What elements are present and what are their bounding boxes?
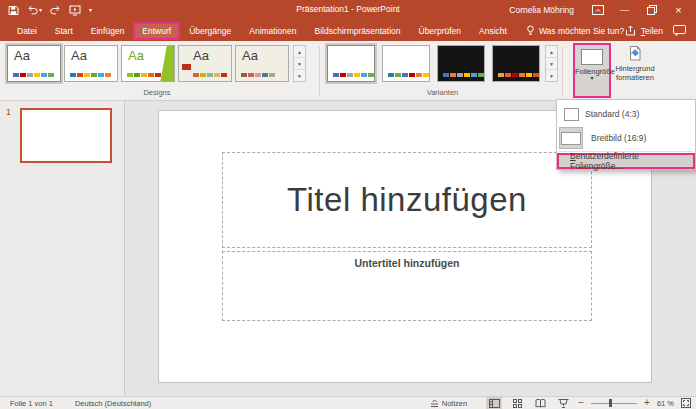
group-label-variants: Varianten xyxy=(327,88,558,97)
notes-icon xyxy=(430,399,439,408)
restore-button[interactable] xyxy=(638,0,665,20)
title-bar: ▾ ▾ Präsentation1 - PowerPoint Cornelia … xyxy=(0,0,696,20)
language-indicator[interactable]: Deutsch (Deutschland) xyxy=(75,399,151,408)
theme-thumbnail-1[interactable]: Aa xyxy=(7,45,61,82)
theme-thumbnail-4[interactable]: Aa xyxy=(178,45,232,82)
tab-datei[interactable]: Datei xyxy=(8,22,46,40)
fit-to-window-button[interactable] xyxy=(681,398,691,408)
normal-view-button[interactable] xyxy=(486,397,502,409)
minimize-button[interactable]: — xyxy=(611,0,638,20)
ribbon-tab-row: Datei Start Einfügen Entwurf Übergänge A… xyxy=(0,20,696,41)
format-background-button[interactable]: Hintergrund formatieren xyxy=(614,44,656,97)
slideshow-view-button[interactable] xyxy=(555,397,571,409)
powerpoint-window: ▾ ▾ Präsentation1 - PowerPoint Cornelia … xyxy=(0,0,696,409)
normal-view-icon xyxy=(489,399,500,408)
slide-sorter-icon xyxy=(513,399,522,408)
zoom-in-button[interactable]: + xyxy=(644,398,650,408)
zoom-out-button[interactable]: − xyxy=(578,398,584,408)
theme-thumbnail-3[interactable]: Aa xyxy=(121,45,175,82)
variant-thumbnail-4[interactable] xyxy=(492,45,540,82)
notes-button[interactable]: Notizen xyxy=(430,399,467,408)
group-divider xyxy=(562,46,563,96)
slide-size-menu: Standard (4:3) Breitbild (16:9) Benutzer… xyxy=(556,99,696,170)
slideshow-view-icon xyxy=(558,399,569,408)
gallery-scroll-up-icon[interactable]: ▲ xyxy=(546,46,557,58)
ribbon: Aa Aa Aa Aa Aa ▲ ▼ xyxy=(0,41,696,101)
user-name: Cornelia Möhring xyxy=(509,5,574,15)
variant-thumbnail-3[interactable] xyxy=(437,45,485,82)
tab-einfuegen[interactable]: Einfügen xyxy=(82,22,134,40)
variant-thumbnail-1[interactable] xyxy=(327,45,375,82)
variants-gallery-scroll: ▲ ▼ ▼ xyxy=(545,45,558,82)
theme-thumbnail-5[interactable]: Aa xyxy=(235,45,289,82)
gallery-expand-icon[interactable]: ▼ xyxy=(294,70,305,81)
theme-thumbnail-2[interactable]: Aa xyxy=(64,45,118,82)
restore-icon xyxy=(647,5,657,15)
slide-thumbnails-panel: 1 xyxy=(0,101,125,396)
reading-view-icon xyxy=(535,399,546,408)
menu-item-breitbild-16-9[interactable]: Breitbild (16:9) xyxy=(557,126,695,150)
title-placeholder[interactable]: Titel hinzufügen xyxy=(222,152,592,248)
share-button[interactable]: Teilen xyxy=(625,25,663,36)
gallery-scroll-down-icon[interactable]: ▼ xyxy=(546,58,557,70)
tab-ansicht[interactable]: Ansicht xyxy=(470,22,516,40)
slide-size-icon xyxy=(581,49,603,65)
gallery-scroll-down-icon[interactable]: ▼ xyxy=(294,58,305,70)
slide-size-button[interactable]: Foliengröße ▾ xyxy=(573,43,611,98)
menu-item-custom-slide-size[interactable]: Benutzerdefinierte Foliengröße… xyxy=(557,153,695,169)
themes-gallery-scroll: ▲ ▼ ▼ xyxy=(293,45,306,82)
lightbulb-icon xyxy=(526,25,535,36)
zoom-slider[interactable] xyxy=(591,397,637,409)
fit-to-window-icon xyxy=(681,398,691,408)
theme-decoration xyxy=(182,64,191,70)
tab-bildschirmpraesentation[interactable]: Bildschirmpräsentation xyxy=(306,22,410,40)
tell-me-box[interactable]: Was möchten Sie tun? xyxy=(526,25,624,36)
slide-sorter-view-button[interactable] xyxy=(509,397,525,409)
format-background-icon xyxy=(627,45,643,62)
group-label-designs: Designs xyxy=(7,88,307,97)
slide-thumbnail-selected[interactable] xyxy=(20,108,112,163)
tab-entwurf-active[interactable]: Entwurf xyxy=(133,22,180,40)
status-bar: Folie 1 von 1 Deutsch (Deutschland) Noti… xyxy=(0,396,696,409)
slide-number: 1 xyxy=(6,107,11,117)
menu-item-standard-4-3[interactable]: Standard (4:3) xyxy=(557,102,695,126)
close-button[interactable]: × xyxy=(665,0,692,20)
chevron-down-icon: ▾ xyxy=(575,76,609,81)
subtitle-placeholder[interactable]: Untertitel hinzufügen xyxy=(222,251,592,321)
tab-animationen[interactable]: Animationen xyxy=(240,22,305,40)
standard-ratio-icon xyxy=(564,108,579,121)
slide-counter[interactable]: Folie 1 von 1 xyxy=(10,399,53,408)
group-divider xyxy=(319,46,320,96)
widescreen-ratio-icon xyxy=(561,132,581,145)
variant-thumbnail-2[interactable] xyxy=(382,45,430,82)
ribbon-display-options-icon xyxy=(592,5,604,15)
window-controls: — × xyxy=(584,0,692,20)
tab-uebergaenge[interactable]: Übergänge xyxy=(180,22,240,40)
zoom-level[interactable]: 61 % xyxy=(657,399,674,408)
tab-ueberpruefen[interactable]: Überprüfen xyxy=(410,22,471,40)
tab-start[interactable]: Start xyxy=(46,22,82,40)
share-icon xyxy=(625,25,637,36)
gallery-scroll-up-icon[interactable]: ▲ xyxy=(294,46,305,58)
zoom-slider-thumb[interactable] xyxy=(609,399,612,407)
ribbon-display-options-button[interactable] xyxy=(584,0,611,20)
gallery-expand-icon[interactable]: ▼ xyxy=(546,70,557,81)
reading-view-button[interactable] xyxy=(532,397,548,409)
comments-icon[interactable] xyxy=(673,25,686,36)
